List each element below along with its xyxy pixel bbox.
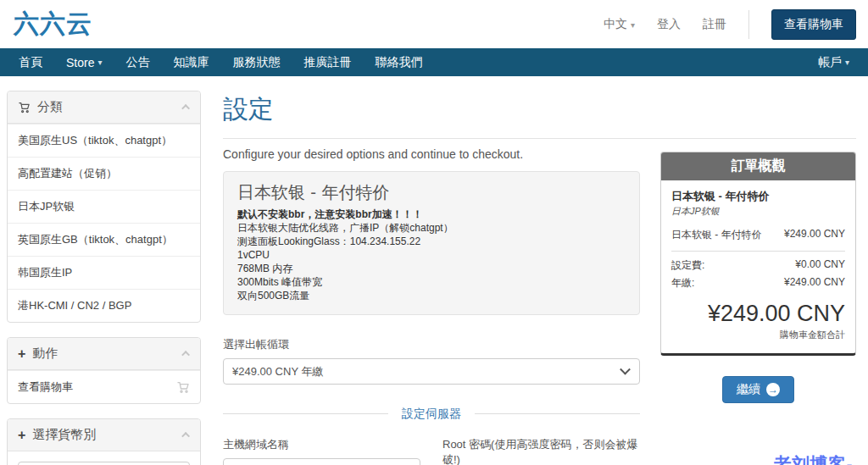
hostname-field-group: 主機網域名稱 [223, 437, 420, 465]
sidebar-item-label: 韩国原生IP [18, 265, 72, 280]
sidebar-item-kr-native[interactable]: 韩国原生IP [8, 256, 200, 289]
view-cart-button[interactable]: 查看購物車 [771, 9, 856, 40]
summary-cycle-price: ¥249.00 CNY [784, 276, 845, 291]
plus-icon: + [18, 347, 25, 361]
billing-cycle-select[interactable]: ¥249.00 CNY 年繳 [223, 358, 640, 385]
watermark: 老刘博客-laoliublog.cn [660, 452, 856, 465]
cart-icon [176, 380, 190, 394]
nav-item-server-status[interactable]: 服務狀態 [221, 48, 292, 76]
summary-product-name: 日本软银 - 年付特价 [671, 189, 845, 204]
summary-total: ¥249.00 CNY [671, 301, 845, 327]
product-desc-line: 测速面板LookingGlass：104.234.155.22 [237, 235, 626, 249]
actions-panel: + 動作 查看購物車 [7, 337, 201, 404]
server-settings-divider: 設定伺服器 [223, 407, 640, 422]
product-desc-line: 日本软银大陆优化线路，广播IP（解锁chatgpt） [237, 222, 626, 235]
order-summary-panel: 訂單概觀 日本软银 - 年付特价 日本JP软银 日本软银 - 年付特价 ¥249… [660, 152, 856, 356]
product-desc-line: 768MB 内存 [237, 263, 626, 276]
continue-label: 繼續 [737, 382, 760, 397]
nav-item-knowledgebase[interactable]: 知識庫 [162, 48, 221, 76]
main-area: 設定 Configure your desired options and co… [223, 91, 856, 465]
account-menu[interactable]: 帳戶▾ [806, 48, 861, 76]
nav-label: 首頁 [19, 55, 42, 70]
nav-item-store[interactable]: Store▾ [54, 48, 114, 76]
summary-line-item-label: 日本软银 - 年付特价 [671, 228, 762, 242]
summary-divider [671, 251, 845, 252]
summary-product-group: 日本JP软银 [671, 205, 845, 218]
summary-setup-fee: 設定費: ¥0.00 CNY [671, 258, 845, 273]
chevron-down-icon: ▾ [631, 20, 635, 30]
register-link[interactable]: 註冊 [703, 17, 726, 32]
order-summary-title: 訂單概觀 [661, 152, 855, 180]
categories-panel: 分類 美国原生US（tiktok、chatgpt） 高配置建站（促销） 日本JP… [7, 91, 201, 323]
configure-column: Configure your desired options and conti… [223, 146, 640, 465]
categories-panel-title: 分類 [37, 99, 63, 115]
hostname-input[interactable] [223, 458, 420, 465]
page-title: 設定 [223, 92, 856, 127]
nav-left: 首頁 Store▾ 公告 知識庫 服務狀態 推廣註冊 聯絡我們 [7, 48, 435, 76]
root-password-field-group: Root 密碼(使用高强度密码，否则会被爆破!) [442, 437, 640, 465]
login-link[interactable]: 登入 [657, 17, 681, 32]
summary-cycle: 年繳: ¥249.00 CNY [671, 276, 845, 291]
columns: Configure your desired options and conti… [223, 146, 856, 465]
language-label: 中文 [604, 17, 627, 30]
language-menu[interactable]: 中文▾ [604, 17, 635, 32]
nav-label: 聯絡我們 [376, 55, 423, 70]
topbar-links: 中文▾ 登入 註冊 查看購物車 [604, 9, 856, 40]
nav-label: 帳戶 [818, 55, 842, 70]
nav-label: 公告 [126, 55, 150, 70]
chevron-down-icon: ▾ [97, 58, 102, 67]
nav-item-contact[interactable]: 聯絡我們 [364, 48, 435, 76]
sidebar-item-gb-native[interactable]: 英国原生GB（tiktok、chatgpt） [8, 223, 200, 256]
billing-cycle-select-wrap: ¥249.00 CNY 年繳 [223, 358, 640, 385]
summary-cycle-label: 年繳: [671, 276, 694, 291]
summary-setup-fee-label: 設定費: [671, 258, 704, 273]
sidebar-view-cart[interactable]: 查看購物車 [8, 370, 200, 403]
chevron-up-icon [181, 432, 190, 440]
root-password-label: Root 密碼(使用高强度密码，否则会被爆破!) [442, 437, 640, 465]
chevron-up-icon [181, 104, 190, 113]
plus-icon: + [18, 429, 25, 442]
nav-label: 知識庫 [174, 55, 209, 70]
currency-panel-title: 選擇貨幣別 [32, 427, 96, 443]
nav-item-announcements[interactable]: 公告 [114, 48, 162, 76]
title-divider [223, 138, 856, 139]
content: 分類 美国原生US（tiktok、chatgpt） 高配置建站（促销） 日本JP… [0, 76, 868, 465]
sidebar-item-us-native[interactable]: 美国原生US（tiktok、chatgpt） [8, 124, 200, 157]
main-navbar: 首頁 Store▾ 公告 知識庫 服務狀態 推廣註冊 聯絡我們 帳戶▾ [0, 48, 868, 76]
nav-item-affiliates[interactable]: 推廣註冊 [292, 48, 364, 76]
product-desc-line: 1vCPU [237, 249, 626, 263]
continue-wrap: 繼續 → [660, 376, 856, 403]
currency-select[interactable]: CNY [18, 462, 190, 465]
configure-subtitle: Configure your desired options and conti… [223, 147, 640, 161]
actions-panel-header[interactable]: + 動作 [8, 338, 200, 370]
sidebar-item-label: 查看購物車 [18, 379, 73, 395]
server-settings-form: 主機網域名稱 Root 密碼(使用高强度密码，否则会被爆破!) [223, 437, 640, 465]
sidebar-item-highconfig[interactable]: 高配置建站（促销） [8, 157, 200, 190]
vertical-divider [748, 10, 749, 39]
product-warning: 默认不安装bbr，注意安装bbr加速！！！ [237, 208, 626, 222]
server-settings-title: 設定伺服器 [388, 407, 475, 422]
billing-cycle-label: 選擇出帳循環 [223, 337, 640, 352]
sidebar-item-label: 英国原生GB（tiktok、chatgpt） [18, 232, 173, 247]
nav-right: 帳戶▾ [806, 48, 861, 76]
sidebar-item-hk[interactable]: 港HK-CMI / CN2 / BGP [8, 289, 200, 322]
chevron-down-icon: ▾ [845, 58, 849, 67]
actions-panel-title: 動作 [32, 346, 58, 362]
summary-setup-fee-price: ¥0.00 CNY [795, 258, 845, 273]
nav-item-home[interactable]: 首頁 [7, 48, 54, 76]
product-desc-line: 300Mbits 峰值带宽 [237, 276, 626, 290]
categories-panel-header[interactable]: 分類 [8, 91, 200, 124]
sidebar-item-label: 美国原生US（tiktok、chatgpt） [18, 133, 172, 148]
continue-button[interactable]: 繼續 → [722, 376, 794, 403]
chevron-up-icon [181, 351, 190, 359]
nav-label: Store [66, 56, 94, 69]
summary-line-item-price: ¥249.00 CNY [784, 228, 845, 242]
site-logo[interactable]: 六六云 [14, 7, 92, 42]
product-desc-line: 双向500GB流量 [237, 290, 626, 303]
order-summary-body: 日本软银 - 年付特价 日本JP软银 日本软银 - 年付特价 ¥249.00 C… [661, 180, 855, 353]
currency-panel-header[interactable]: + 選擇貨幣別 [8, 419, 200, 451]
currency-panel: + 選擇貨幣別 CNY [7, 418, 201, 465]
product-info-panel: 日本软银 - 年付特价 默认不安装bbr，注意安装bbr加速！！！ 日本软银大陆… [223, 171, 640, 315]
sidebar-item-jp-softbank[interactable]: 日本JP软银 [8, 190, 200, 223]
product-name: 日本软银 - 年付特价 [237, 181, 626, 204]
